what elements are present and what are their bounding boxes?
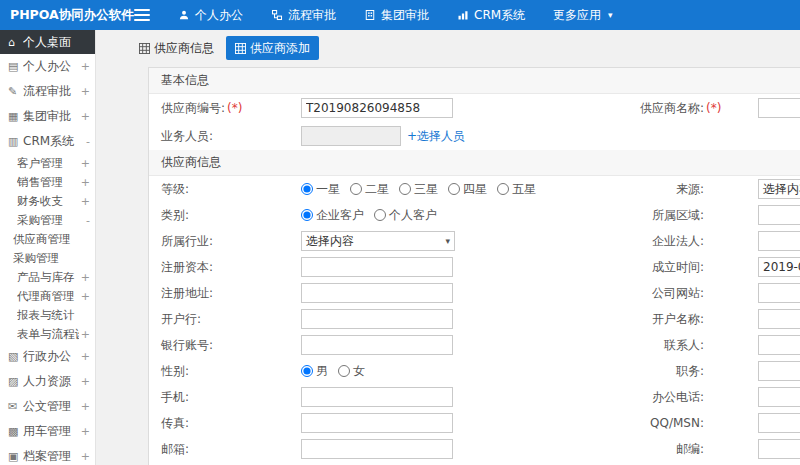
level-option-4[interactable]: 四星: [448, 181, 487, 198]
expand-icon: +: [79, 176, 90, 189]
sidebar-item-purchasing[interactable]: 采购管理: [0, 249, 95, 268]
process-approval-icon: ✎: [8, 85, 23, 98]
sidebar-item-vehicle-mgmt[interactable]: ▩ 用车管理 +: [0, 419, 95, 444]
tab-supplier-add[interactable]: 供应商添加: [226, 36, 319, 60]
sidebar-item-customer-mgmt[interactable]: 客户管理 +: [0, 154, 95, 173]
sidebar-item-personal-office[interactable]: ▤ 个人办公 +: [0, 54, 95, 79]
expand-icon: +: [79, 290, 90, 303]
expand-icon: +: [79, 195, 90, 208]
required-mark: (*): [227, 101, 242, 115]
level-option-1[interactable]: 一星: [301, 181, 340, 198]
zip-input[interactable]: [758, 439, 800, 459]
legal-person-input[interactable]: [758, 231, 800, 251]
sidebar-item-reports[interactable]: 报表与统计: [0, 306, 95, 325]
field-label-reg-address: 注册地址:: [149, 285, 301, 302]
field-label-job-title: 职务:: [629, 363, 704, 380]
field-label-legal-person: 企业法人:: [629, 233, 704, 250]
radio-input[interactable]: [448, 183, 460, 195]
section-header-basic-info: 基本信息: [149, 68, 800, 94]
sidebar-item-desktop[interactable]: ⌂ 个人桌面: [0, 30, 95, 54]
source-select[interactable]: 选择内容 ▾: [758, 179, 800, 199]
form-row: 注册资本: 成立时间:: [149, 254, 800, 280]
sidebar-item-document-mgmt[interactable]: ✉ 公文管理 +: [0, 394, 95, 419]
radio-input[interactable]: [399, 183, 411, 195]
tab-supplier-info[interactable]: 供应商信息: [130, 36, 223, 60]
field-label-office-tel: 办公电话:: [629, 389, 704, 406]
sidebar-item-hr[interactable]: ▨ 人力资源 +: [0, 369, 95, 394]
radio-input[interactable]: [497, 183, 509, 195]
sidebar-item-product-inventory[interactable]: 产品与库存 +: [0, 268, 95, 287]
nav-crm-system[interactable]: CRM系统: [443, 0, 539, 30]
sidebar-item-archive-mgmt[interactable]: ▣ 档案管理 +: [0, 444, 95, 465]
level-option-3[interactable]: 三星: [399, 181, 438, 198]
radio-input[interactable]: [374, 209, 386, 221]
bank-input[interactable]: [301, 309, 453, 329]
radio-input[interactable]: [338, 365, 350, 377]
email-input[interactable]: [301, 439, 453, 459]
founded-date-input[interactable]: [758, 257, 800, 277]
sidebar-item-crm-system[interactable]: ▥ CRM系统 -: [0, 129, 95, 154]
top-nav: 个人办公 流程审批 集团审批 CRM系统 更多应用 ▾: [164, 0, 627, 30]
sidebar-item-form-flow-settings[interactable]: 表单与流程设置 +: [0, 325, 95, 344]
form-row: 等级: 一星 二星 三星 四星 五星 来源: 选择内容 ▾: [149, 176, 800, 202]
nav-group-approval[interactable]: 集团审批: [350, 0, 443, 30]
menu-toggle-icon[interactable]: [134, 6, 150, 24]
form-row: 传真: QQ/MSN:: [149, 410, 800, 436]
field-label-supplier-no: 供应商编号:(*): [149, 100, 301, 117]
mobile-input[interactable]: [301, 387, 453, 407]
supplier-name-input[interactable]: [758, 98, 800, 118]
person-icon: [178, 9, 190, 21]
radio-input[interactable]: [301, 183, 313, 195]
contact-input[interactable]: [758, 335, 800, 355]
staff-input[interactable]: [301, 126, 401, 146]
office-tel-input[interactable]: [758, 387, 800, 407]
sidebar-item-supplier-mgmt[interactable]: 供应商管理: [0, 230, 95, 249]
sidebar-item-group-approval[interactable]: ▦ 集团审批 +: [0, 104, 95, 129]
region-input[interactable]: [758, 205, 800, 225]
level-option-5[interactable]: 五星: [497, 181, 536, 198]
level-option-2[interactable]: 二星: [350, 181, 389, 198]
industry-select[interactable]: 选择内容 ▾: [301, 231, 455, 251]
field-label-website: 公司网站:: [629, 285, 704, 302]
qq-input[interactable]: [758, 413, 800, 433]
field-label-category: 类别:: [149, 207, 301, 224]
dropdown-arrow-icon: ▾: [445, 236, 450, 246]
admin-office-icon: ▧: [8, 350, 23, 363]
app-logo: PHPOA协同办公软件: [0, 7, 128, 24]
supplier-no-input[interactable]: [301, 98, 453, 118]
capital-input[interactable]: [301, 257, 453, 277]
choose-staff-link[interactable]: +选择人员: [407, 128, 465, 145]
expand-icon: +: [79, 85, 90, 98]
nav-process-approval[interactable]: 流程审批: [257, 0, 350, 30]
field-label-mobile: 手机:: [149, 389, 301, 406]
sidebar-item-agent-mgmt[interactable]: 代理商管理 +: [0, 287, 95, 306]
website-input[interactable]: [758, 283, 800, 303]
category-option-personal[interactable]: 个人客户: [374, 207, 437, 224]
reg-address-input[interactable]: [301, 283, 453, 303]
sidebar-item-process-approval[interactable]: ✎ 流程审批 +: [0, 79, 95, 104]
building-icon: [364, 9, 376, 21]
sidebar-item-purchase-mgmt[interactable]: 采购管理 -: [0, 211, 95, 230]
bank-account-input[interactable]: [301, 335, 453, 355]
gender-option-female[interactable]: 女: [338, 363, 365, 380]
category-option-company[interactable]: 企业客户: [301, 207, 364, 224]
radio-input[interactable]: [301, 365, 313, 377]
radio-input[interactable]: [301, 209, 313, 221]
grid-icon: [235, 43, 246, 54]
sidebar-item-admin-office[interactable]: ▧ 行政办公 +: [0, 344, 95, 369]
gender-option-male[interactable]: 男: [301, 363, 328, 380]
fax-input[interactable]: [301, 413, 453, 433]
nav-more-apps[interactable]: 更多应用 ▾: [539, 0, 627, 30]
tab-bar: 供应商信息 供应商添加: [130, 36, 800, 60]
radio-input[interactable]: [350, 183, 362, 195]
form-row: 所属行业: 选择内容 ▾ 企业法人:: [149, 228, 800, 254]
field-label-account-name: 开户名称:: [629, 311, 704, 328]
job-title-input[interactable]: [758, 361, 800, 381]
account-name-input[interactable]: [758, 309, 800, 329]
field-label-supplier-name: 供应商名称:: [629, 100, 704, 117]
form-row: 业务人员: +选择人员: [149, 122, 800, 150]
sidebar-item-finance[interactable]: 财务收支 +: [0, 192, 95, 211]
sidebar-item-sales-mgmt[interactable]: 销售管理 +: [0, 173, 95, 192]
vehicle-icon: ▩: [8, 425, 23, 438]
nav-personal-office[interactable]: 个人办公: [164, 0, 257, 30]
